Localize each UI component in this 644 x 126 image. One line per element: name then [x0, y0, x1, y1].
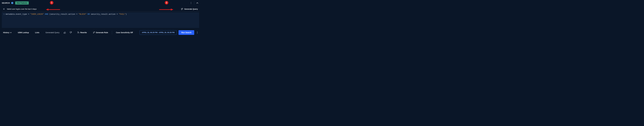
run-search-button[interactable]: Run Search — [178, 30, 194, 35]
thumbs-up-icon[interactable] — [63, 31, 66, 34]
new-features-button[interactable]: New Features — [15, 2, 29, 5]
generate-rule-button[interactable]: Generate Rule — [92, 31, 109, 35]
collapse-up-icon[interactable] — [196, 1, 199, 5]
svg-point-7 — [197, 33, 198, 33]
udm-lookup-label: UDM Lookup — [18, 32, 29, 34]
rewrite-label: Rewrite — [80, 32, 87, 34]
header-row: SEARCH i New Features — [0, 0, 201, 6]
generate-query-label: Generate Query — [184, 8, 198, 10]
rewrite-button[interactable]: Rewrite — [76, 31, 88, 35]
rewrite-icon — [78, 32, 80, 34]
header-more-icon[interactable] — [189, 1, 193, 5]
udm-lookup-button[interactable]: UDM Lookup — [16, 31, 30, 34]
case-sensitivity-label: Case Sensitivity Off — [116, 32, 133, 34]
lists-label: Lists — [35, 32, 40, 34]
info-icon[interactable]: i — [11, 2, 14, 4]
natural-language-row: Generate Query — [2, 7, 199, 12]
query-editor[interactable]: 1 metadata.event_type = "USER_LOGIN" AND… — [2, 12, 199, 28]
sparkle-wand-icon — [93, 31, 95, 34]
thumbs-down-icon[interactable] — [69, 31, 72, 34]
svg-point-2 — [191, 2, 191, 2]
history-label: History — [3, 32, 9, 34]
generate-query-button[interactable]: Generate Query — [180, 7, 199, 11]
time-range-picker[interactable]: APRIL 26, 06:29 PM - APRIL 29, 06:29 PM — [140, 30, 177, 35]
sparkle-pencil-icon — [181, 8, 183, 10]
bottom-toolbar: History UDM Lookup Lists Generated Query… — [0, 29, 201, 36]
generate-rule-label: Generate Rule — [96, 32, 108, 34]
line-number: 1 — [2, 13, 5, 16]
svg-text:i: i — [12, 2, 12, 4]
svg-point-5 — [197, 32, 198, 32]
svg-point-6 — [197, 32, 198, 33]
editor-gutter: 1 — [2, 12, 6, 28]
close-icon[interactable] — [2, 7, 6, 11]
generated-query-label: Generated Query — [44, 31, 61, 34]
svg-point-3 — [191, 3, 191, 3]
chevron-down-icon — [10, 32, 12, 33]
natural-language-input[interactable] — [6, 8, 180, 10]
history-dropdown[interactable]: History — [2, 31, 13, 34]
search-panel: SEARCH i New Features Generate Query 1 — [0, 0, 201, 38]
case-sensitivity-toggle[interactable]: Case Sensitivity Off — [115, 31, 134, 34]
panel-title: SEARCH — [2, 2, 10, 4]
lists-button[interactable]: Lists — [34, 31, 41, 34]
svg-point-4 — [191, 4, 191, 4]
editor-code[interactable]: metadata.event_type = "USER_LOGIN" AND (… — [6, 12, 199, 28]
toolbar-more-icon[interactable] — [196, 31, 199, 34]
